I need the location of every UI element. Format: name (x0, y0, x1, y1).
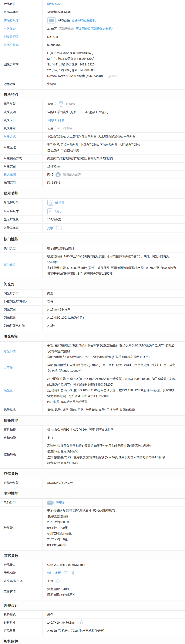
spec-link[interactable]: 佳能EF卡口> (47, 117, 65, 123)
value-line: HDR短片: ISO感光度自动设置 (47, 399, 176, 405)
value-line: 104万像素 (47, 216, 176, 222)
value-line: 湿度范围: 85%或更小 (47, 592, 176, 598)
spec-label: 闪光灯类型 (0, 290, 42, 297)
table-row: 显示屏尺寸3英寸 (0, 207, 185, 216)
spec-text: 高速连拍: 使用取景器拍摄时最高约10张/秒, 使用实时显示拍摄时最高约11张/… (47, 443, 151, 449)
value-line: 23℃时约450张 (47, 536, 176, 542)
spec-link[interactable]: 更多同价位高清级像素相机> (76, 26, 113, 32)
spec-text: 104万像素 (47, 216, 61, 222)
spec-link[interactable]: 光学 (47, 225, 53, 231)
wifi-icon (63, 570, 69, 576)
touchscreen-icon (47, 200, 53, 206)
value-line: 自动选择: 45点自动对焦 (47, 148, 176, 153)
spec-label[interactable]: 对焦方式 (0, 133, 42, 140)
spec-text: 全像素双核CMOS (47, 9, 71, 15)
value-line: 高速连拍: 使用取景器拍摄时最高约10张/秒, 使用实时显示拍摄时最高约11张/… (47, 443, 176, 449)
spec-value: 触摸屏 (42, 198, 185, 207)
table-row: 对焦范围18-135mm (0, 162, 185, 171)
table-row: 曝光补偿手动: 在±5级间以1/2或1/3级为单位调节 (取景器拍摄) , 在±… (0, 342, 185, 361)
spec-text: 连拍 (摇摄模式时) : 使用取景器拍摄时最高约5.7张/秒, 使用实时显示拍摄… (47, 454, 165, 460)
spec-label: 对焦区域 (0, 141, 42, 154)
spec-text: 实时显示拍摄: 1/16000至30秒 (总快门速度范围, 可用范围随拍摄模式各… (47, 265, 176, 276)
table-row: 对焦方式单次自动对焦, 人工智能伺服自动对焦, 人工智能自动对焦, 手动对焦 (0, 133, 185, 141)
spec-text: USB 2.0, Micro-B, HDMI min (47, 562, 85, 568)
spec-link[interactable]: 更多APS画幅相机> (72, 18, 98, 24)
spec-value: 支持 (42, 298, 185, 306)
spec-link[interactable]: WiFi, 蓝牙 (47, 570, 61, 576)
spec-value: 电池拍摄能力 (基于CIPA测试标准, 50%使用闪光灯) :使用取景器拍摄:2… (42, 507, 185, 549)
table-row: 对焦辅助方式内置闪光灯发出短促连续闪光, 有效距离约4米以内 (0, 154, 185, 162)
table-row: 产品定位套装相机> (0, 0, 185, 8)
section-header: 显示功能 (0, 188, 185, 198)
spec-label: 镜头类型 (0, 100, 42, 108)
spec-label: 麦克风/扬声器 (0, 577, 42, 585)
value-line: 手动选择: 定点自动对焦, 单点自动对焦, 区域自动对焦, 大区域自动对焦 (47, 142, 176, 148)
spec-label[interactable]: 快门速度 (0, 252, 42, 278)
spec-text: 低速连拍: 最高约3张/秒 (47, 449, 78, 454)
value-line: L (大) : 约3230万像素 (6960×4640) (47, 50, 176, 56)
spec-label[interactable]: 最大光圈 (0, 171, 42, 178)
table-row: 麦克风/扬声器支持 (0, 577, 185, 585)
telephoto-icon (55, 126, 61, 131)
spec-label: 工作环境 (0, 585, 42, 599)
value-line: 自动包围曝光: 在±3级间以1/2或1/3级为单位调节 (可与手动曝光补偿组合使… (47, 354, 176, 360)
spec-label[interactable]: 传感器尺寸 (0, 16, 42, 25)
spec-link[interactable]: 锂电池 (56, 500, 65, 506)
value-line: DIGIC 8 (47, 34, 176, 40)
value-line: 全像素双核CMOS (47, 9, 176, 15)
table-row: 图像分辨率L (大) : 约3230万像素 (6960×4640)M (中) :… (0, 49, 185, 80)
value-line: 连拍 (摇摄模式时) : 使用取景器拍摄时最高约5.7张/秒, 使用实时显示拍摄… (47, 454, 176, 460)
spec-text: 约619g (仅机身) , 701g (包含电池和存储卡) (47, 628, 104, 634)
spec-value: 套装相机> (42, 0, 185, 8)
spec-value: F3.5-F5.6 (42, 179, 185, 186)
spec-label[interactable]: 最高分辨率 (0, 41, 42, 49)
value-line: 自动 (氛围优先), 自动 (白色优先), 预设 (日光、阴影, 阴天, 钨丝灯… (47, 362, 176, 374)
aperture-icon (55, 172, 61, 178)
table-row: 显示屏像素104万像素 (0, 216, 185, 224)
value-line: 取景器拍摄: 1/8000至30秒 (总快门速度范围, 可用范围随拍摄模式各异)… (47, 254, 176, 265)
table-row: 闪光灯类型内置 (0, 290, 185, 298)
spec-value: 18-135mm (42, 162, 185, 170)
error-report-button[interactable]: 纠错 (108, 73, 118, 79)
section-header: 镜头特点 (0, 90, 185, 100)
spec-value: 支持 (42, 577, 185, 585)
table-row: 产品接口USB 2.0, Micro-B, HDMI min (0, 561, 185, 569)
spec-text: 约12 (ISO 100, 以米为单位) (47, 315, 84, 320)
spec-label: 场景模式 (0, 406, 42, 414)
table-row: 无线功能WiFi, 蓝牙 (0, 569, 185, 577)
value-line: 佳能EF卡口> (47, 117, 176, 123)
spec-value: 电子控制焦平面快门 (42, 244, 185, 252)
spec-text: 支持 (47, 298, 53, 304)
value-line: USB 2.0, Micro-B, HDMI min (47, 562, 176, 568)
spec-label[interactable]: 白平衡 (0, 361, 42, 375)
spec-label[interactable]: 有效像素 (0, 25, 42, 33)
value-line: 肖像, 风景, 微距, 运动, 日落, 夜景肖像, 夜景, 手持夜景, 抗运动模… (47, 407, 176, 413)
value-line: 3250万高清级像素更多同价位高清级像素相机> (47, 26, 176, 32)
spec-label[interactable]: 感光度 (0, 375, 42, 406)
table-row: 闪光灯回电时间约3秒 (0, 322, 185, 330)
value-line: F3.5-F5.6 (47, 180, 176, 186)
table-row: 白平衡自动 (氛围优先), 自动 (白色优先), 预设 (日光、阴影, 阴天, … (0, 361, 185, 375)
spec-value: 黑色 (42, 611, 185, 618)
spec-text: 自动选择: 45点自动对焦 (47, 148, 79, 153)
spec-link[interactable]: 套装相机> (47, 1, 61, 7)
spec-label: 连拍功能 (0, 442, 42, 467)
table-row: 最大光圈F3.5光圈越大越好 (0, 171, 185, 179)
spec-label[interactable]: 影像处理器 (0, 33, 42, 41)
spec-text: DIGIC 8 (47, 34, 58, 40)
spec-label: 显示屏尺寸 (0, 207, 42, 215)
table-row: 电池类型锂电池 (0, 498, 185, 507)
table-row: 连拍功能高速连拍: 使用取景器拍摄时最高约10张/秒, 使用实时显示拍摄时最高约… (0, 442, 185, 467)
spec-text: 温度范围: 0-40℃ (47, 586, 70, 592)
spec-text: 静止图像拍摄: 自动ISO (在ISO 100~25600之间自动设置) , 在… (47, 376, 176, 388)
spec-value: SD/SDHC/SDXC卡 (42, 479, 185, 487)
value-line: 触摸屏 (47, 200, 176, 206)
table-row: 传感器尺寸APS画幅更多APS画幅相机> (0, 16, 185, 25)
spec-label[interactable]: 曝光补偿 (0, 342, 42, 361)
value-line: 约12 (ISO 100, 以米为单位) (47, 315, 176, 320)
table-row: 镜头卡口佳能EF卡口> (0, 116, 185, 124)
spec-link[interactable]: 触摸屏 (55, 200, 64, 206)
spec-link[interactable]: 3英寸 (54, 208, 62, 214)
spec-text: 内置闪光灯发出短促连续闪光, 有效距离约4米以内 (47, 156, 113, 161)
spec-text: 自动 (氛围优先), 自动 (白色优先), 预设 (日光、阴影, 阴天, 钨丝灯… (47, 362, 176, 374)
